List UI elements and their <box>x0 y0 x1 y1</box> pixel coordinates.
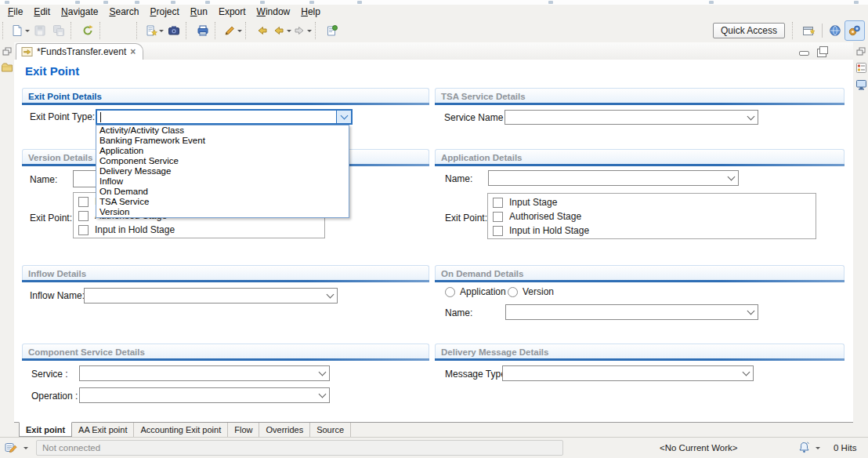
chevron-down-icon[interactable] <box>315 366 329 380</box>
section-header-bar <box>22 280 429 282</box>
section-header[interactable]: Delivery Message Details <box>435 344 844 358</box>
service-combo[interactable] <box>79 365 330 381</box>
save-all-button[interactable] <box>49 21 68 40</box>
application-name-combo[interactable] <box>488 170 739 186</box>
dropdown-option[interactable]: Activity/Activity Class <box>96 125 349 136</box>
chevron-down-icon[interactable] <box>743 111 758 124</box>
chevron-down-icon[interactable] <box>25 30 30 32</box>
checkbox-icon[interactable] <box>493 226 503 236</box>
resource-perspective-button[interactable] <box>826 21 844 40</box>
refresh-button[interactable] <box>78 21 97 40</box>
tab-source[interactable]: Source <box>310 423 351 437</box>
connection-tool-button[interactable] <box>5 442 18 456</box>
menu-file[interactable]: File <box>2 5 28 19</box>
checkbox-input-stage[interactable]: Input Stage <box>493 197 811 208</box>
alerts-button[interactable] <box>797 441 811 456</box>
section-header[interactable]: TSA Service Details <box>435 88 844 103</box>
menu-project[interactable]: Project <box>144 5 184 19</box>
tab-accounting-exit-point[interactable]: Accounting Exit point <box>134 423 228 437</box>
toolbar-separator <box>822 24 823 38</box>
tab-overrides[interactable]: Overrides <box>259 423 310 437</box>
quick-access-button[interactable]: Quick Access <box>713 23 785 38</box>
tab-aa-exit-point[interactable]: AA Exit point <box>72 423 134 437</box>
menu-navigate[interactable]: Navigate <box>56 5 103 19</box>
menu-edit[interactable]: Edit <box>28 5 56 19</box>
checkbox-input-in-hold-stage[interactable]: Input in Hold Stage <box>78 224 320 235</box>
dropdown-option[interactable]: Component Service <box>96 156 349 166</box>
radio-version[interactable]: Version <box>508 286 554 297</box>
toolbar-separator <box>792 22 797 39</box>
chevron-down-icon[interactable] <box>743 305 758 319</box>
inflow-name-combo[interactable] <box>84 288 338 304</box>
menu-run[interactable]: Run <box>185 5 213 19</box>
console-view-button[interactable] <box>855 78 867 91</box>
marker-button[interactable] <box>222 21 243 40</box>
radio-application[interactable]: Application <box>445 286 506 297</box>
minimize-icon[interactable] <box>799 51 809 56</box>
chevron-down-icon[interactable] <box>724 171 738 185</box>
open-perspective-button[interactable] <box>800 21 819 40</box>
editor-tab-fundstransfer[interactable]: *FundsTransfer.event × <box>16 43 143 60</box>
new-wizard-button[interactable] <box>144 21 165 40</box>
chevron-down-icon[interactable] <box>237 30 242 32</box>
dropdown-option[interactable]: Version <box>96 207 349 217</box>
chevron-down-icon[interactable] <box>159 30 164 32</box>
dropdown-option[interactable]: Banking Framework Event <box>96 136 349 146</box>
dropdown-option[interactable]: Inflow <box>96 176 349 187</box>
section-exit-point-details: Exit Point Details Exit Point Type: <box>22 88 429 105</box>
section-header[interactable]: Component Service Details <box>22 344 429 358</box>
save-button[interactable] <box>31 21 49 40</box>
checkbox-icon[interactable] <box>493 198 503 208</box>
chevron-down-icon[interactable] <box>323 289 337 303</box>
new-file-button[interactable] <box>10 21 31 40</box>
section-header[interactable]: Inflow Details <box>22 265 429 280</box>
menu-help[interactable]: Help <box>295 5 326 19</box>
checkbox-icon[interactable] <box>78 197 89 207</box>
back-history-button[interactable] <box>272 21 292 40</box>
checkbox-icon[interactable] <box>493 212 503 222</box>
chevron-down-icon[interactable] <box>336 111 351 123</box>
back-button[interactable] <box>253 21 272 40</box>
section-header[interactable]: On Demand Details <box>435 265 844 280</box>
radio-icon[interactable] <box>508 287 518 297</box>
dropdown-option[interactable]: Application <box>96 146 349 156</box>
checkbox-icon[interactable] <box>78 211 89 221</box>
close-icon[interactable]: × <box>130 48 136 56</box>
restore-view-button[interactable] <box>855 45 867 58</box>
chevron-down-icon[interactable] <box>816 447 820 449</box>
restore-view-button[interactable] <box>1 45 13 58</box>
tab-flow[interactable]: Flow <box>228 423 259 437</box>
camera-button[interactable] <box>165 21 183 40</box>
chevron-down-icon[interactable] <box>24 447 28 449</box>
chevron-down-icon[interactable] <box>307 30 312 32</box>
pin-editor-button[interactable] <box>323 21 342 40</box>
exit-point-type-combo[interactable] <box>96 109 353 125</box>
chevron-down-icon[interactable] <box>287 30 291 32</box>
chevron-down-icon[interactable] <box>315 388 329 402</box>
menu-export[interactable]: Export <box>213 5 251 19</box>
tab-exit-point[interactable]: Exit point <box>19 422 72 437</box>
message-type-combo[interactable] <box>502 365 754 381</box>
section-header[interactable]: Exit Point Details <box>22 88 429 103</box>
checkbox-label: Input Stage <box>509 197 557 208</box>
dropdown-option[interactable]: TSA Service <box>96 197 349 207</box>
checkbox-icon[interactable] <box>78 225 89 235</box>
dropdown-option[interactable]: Delivery Message <box>96 166 349 176</box>
menu-search[interactable]: Search <box>103 5 144 19</box>
menu-window[interactable]: Window <box>251 5 296 19</box>
checkbox-input-in-hold-stage[interactable]: Input in Hold Stage <box>493 225 811 236</box>
maximize-icon[interactable] <box>817 49 826 57</box>
radio-icon[interactable] <box>445 287 455 297</box>
forward-history-button[interactable] <box>292 21 313 40</box>
active-perspective-button[interactable] <box>844 20 865 41</box>
chevron-down-icon[interactable] <box>739 366 753 380</box>
dropdown-option[interactable]: On Demand <box>96 187 349 197</box>
checkbox-authorised-stage[interactable]: Authorised Stage <box>493 211 811 222</box>
operation-combo[interactable] <box>79 387 330 403</box>
outline-view-button[interactable] <box>855 61 867 74</box>
on-demand-name-combo[interactable] <box>505 304 758 320</box>
project-explorer-button[interactable] <box>1 61 13 74</box>
service-name-combo[interactable] <box>505 110 758 125</box>
printer-button[interactable] <box>193 21 212 40</box>
section-header[interactable]: Application Details <box>435 149 844 164</box>
